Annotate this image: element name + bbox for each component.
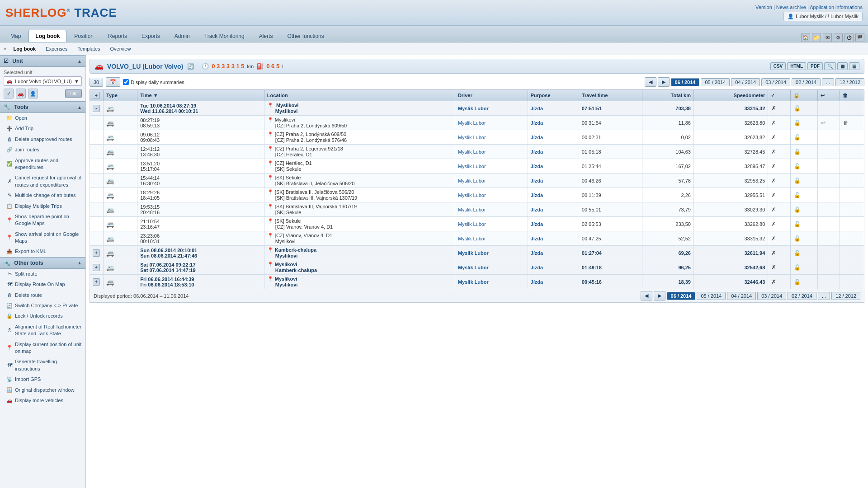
purpose-link[interactable]: Jízda [531, 164, 543, 169]
display-daily-summaries-checkbox[interactable] [123, 79, 129, 85]
purpose-link[interactable]: Jízda [531, 207, 543, 212]
period-dots-top[interactable]: ... [822, 78, 834, 86]
csv-button[interactable]: CSV [770, 62, 786, 70]
check-action-icon[interactable]: ✗ [771, 264, 776, 271]
home-icon[interactable]: 🏠 [801, 33, 810, 42]
other-display-route-map[interactable]: 🗺 Display Route On Map [0, 279, 85, 290]
undo-action-icon[interactable]: ↩ [821, 119, 826, 127]
tools-cancel-request[interactable]: ✗ Cancel request for approval of routes … [0, 173, 85, 190]
tools-approve-routes[interactable]: ✅ Approve routes and expenditures [0, 155, 85, 173]
lock-action-icon[interactable]: 🔓 [793, 278, 801, 286]
grid-view-button[interactable]: ▦ [837, 62, 848, 70]
tools-export-kml[interactable]: 📤 Export to KML [0, 246, 85, 257]
folder-icon[interactable]: 📁 [812, 33, 821, 42]
period-02-2014-bottom[interactable]: 02 / 2014 [788, 292, 816, 300]
sub-nav-overview[interactable]: Overview [106, 45, 136, 53]
purpose-link[interactable]: Jízda [531, 221, 543, 227]
version-link[interactable]: Version [755, 5, 772, 10]
application-informations-link[interactable]: Application informations [810, 5, 863, 10]
tab-logbook[interactable]: Log book [28, 30, 66, 42]
other-switch-company[interactable]: 🔄 Switch Company <-> Private [0, 300, 85, 311]
col-time[interactable]: Time ▼ [137, 90, 264, 101]
driver-link[interactable]: Myslik Lubor [458, 250, 489, 256]
lock-action-icon[interactable]: 🔓 [793, 119, 801, 127]
period-03-2014-top[interactable]: 03 / 2014 [761, 78, 790, 86]
purpose-link[interactable]: Jízda [531, 149, 543, 155]
period-04-2014-bottom[interactable]: 04 / 2014 [727, 292, 756, 300]
mail-icon[interactable]: ✉ [823, 33, 832, 42]
lock-action-icon[interactable]: 🔓 [793, 163, 801, 170]
period-05-2014-top[interactable]: 05 / 2014 [701, 78, 730, 86]
period-06-2014-top[interactable]: 06 / 2014 [671, 78, 700, 86]
check-action-icon[interactable]: ✗ [771, 148, 776, 155]
tab-map[interactable]: Map [4, 30, 28, 42]
check-action-icon[interactable]: ✗ [771, 206, 776, 213]
tools-show-arrival[interactable]: 📍 Show arrival point on Google Maps [0, 229, 85, 247]
settings-icon[interactable]: ⚙ [834, 33, 843, 42]
row-expand-btn[interactable]: + [93, 278, 100, 286]
filter-button[interactable]: 🔍 [824, 62, 836, 70]
lock-action-icon[interactable]: 🔓 [793, 105, 801, 112]
purpose-link[interactable]: Jízda [531, 135, 543, 140]
tools-open[interactable]: 📁 Open [0, 113, 85, 123]
sub-nav-logbook[interactable]: Log book [9, 45, 41, 53]
driver-link[interactable]: Myslik Lubor [458, 221, 486, 227]
delete-action-icon[interactable]: 🗑 [843, 119, 849, 127]
driver-link[interactable]: Myslik Lubor [458, 135, 486, 140]
row-expand-btn[interactable]: + [93, 264, 100, 271]
unit-select-box[interactable]: 🚗 Lubor Volvo (VOLVO_LU) ▼ [4, 76, 82, 86]
row-expand-btn[interactable]: - [93, 105, 100, 112]
purpose-link[interactable]: Jízda [531, 250, 543, 256]
unit-section-header[interactable]: ☑ Unit ▲ [0, 55, 85, 67]
driver-link[interactable]: Myslik Lubor [458, 164, 486, 169]
purpose-link[interactable]: Jízda [531, 279, 543, 285]
lock-action-icon[interactable]: 🔓 [793, 148, 801, 155]
news-archive-link[interactable]: News archive [776, 5, 806, 10]
driver-link[interactable]: Myslik Lubor [458, 149, 486, 155]
other-delete-route[interactable]: 🗑 Delete route [0, 290, 85, 300]
filtr-button[interactable]: filtr [65, 89, 82, 98]
unit-person-btn[interactable]: 👤 [28, 89, 38, 99]
lock-action-icon[interactable]: 🔓 [793, 206, 801, 213]
period-06-2014-bottom[interactable]: 06 / 2014 [667, 292, 696, 300]
purpose-link[interactable]: Jízda [531, 236, 543, 241]
other-import-gps[interactable]: 📡 Import GPS [0, 374, 85, 385]
check-action-icon[interactable]: ✗ [771, 163, 776, 170]
sub-nav-templates[interactable]: Templates [73, 45, 104, 53]
other-dispatcher-window[interactable]: 🪟 Original dispatcher window [0, 385, 85, 395]
lock-action-icon[interactable]: 🔓 [793, 221, 801, 228]
other-lock-unlock[interactable]: 🔒 Lock / Unlock records [0, 311, 85, 321]
lock-action-icon[interactable]: 🔓 [793, 235, 801, 242]
flag-icon[interactable]: 🏴 [855, 33, 864, 42]
period-03-2014-bottom[interactable]: 03 / 2014 [757, 292, 786, 300]
period-04-2014-top[interactable]: 04 / 2014 [731, 78, 760, 86]
display-daily-summaries-label[interactable]: Display daily summaries [123, 79, 184, 85]
check-action-icon[interactable]: ✗ [771, 134, 776, 141]
tools-join-routes[interactable]: 🔗 Join routes [0, 145, 85, 155]
other-display-vehicles[interactable]: 🚗 Display more vehicles [0, 395, 85, 406]
lock-action-icon[interactable]: 🔓 [793, 192, 801, 199]
purpose-link[interactable]: Jízda [531, 106, 543, 111]
purpose-link[interactable]: Jízda [531, 265, 543, 270]
period-12-2012-bottom[interactable]: 12 / 2012 [831, 292, 860, 300]
other-display-position[interactable]: 📍 Display current position of unit on ma… [0, 339, 85, 357]
tab-position[interactable]: Position [67, 30, 100, 42]
lock-action-icon[interactable]: 🔓 [793, 249, 801, 257]
other-generate-instructions[interactable]: 🗺 Generate travelling instructions [0, 357, 85, 374]
tools-show-departure[interactable]: 📍 Show departure point on Google Maps [0, 211, 85, 229]
tools-multiple-change[interactable]: ✎ Multiple change of atributes [0, 190, 85, 201]
check-action-icon[interactable]: ✗ [771, 249, 776, 257]
period-dots-bottom[interactable]: ... [818, 292, 830, 300]
other-split-route[interactable]: ✂ Split route [0, 269, 85, 279]
vehicle-refresh-icon[interactable]: 🔄 [187, 63, 194, 70]
check-action-icon[interactable]: ✗ [771, 105, 776, 112]
row-expand-btn[interactable]: + [93, 249, 100, 257]
driver-link[interactable]: Myslik Lubor [458, 236, 486, 241]
tab-exports[interactable]: Exports [135, 30, 167, 42]
driver-link[interactable]: Myslik Lubor [458, 192, 486, 198]
list-view-button[interactable]: ▤ [849, 62, 859, 70]
unit-car-btn[interactable]: 🚗 [16, 89, 26, 99]
tab-other-functions[interactable]: Other functions [280, 30, 330, 42]
period-02-2014-top[interactable]: 02 / 2014 [792, 78, 821, 86]
lock-action-icon[interactable]: 🔓 [793, 177, 801, 184]
